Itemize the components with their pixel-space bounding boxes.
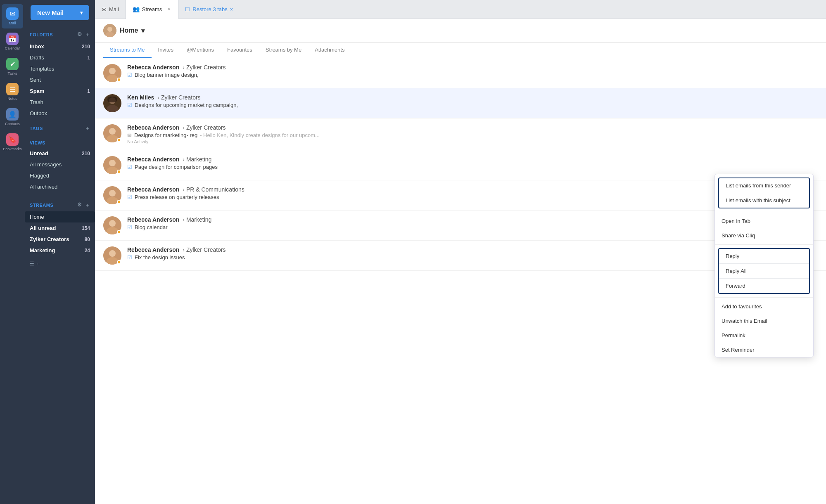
- streams-title: STREAMS: [30, 203, 53, 208]
- svg-point-23: [109, 250, 116, 257]
- nav-bookmarks[interactable]: 🔖 Bookmarks: [2, 130, 23, 154]
- views-section-header: VIEWS: [25, 135, 95, 148]
- svg-point-11: [109, 128, 116, 135]
- streams-section-header: STREAMS ⚙ ＋: [25, 196, 95, 211]
- stream-zylker[interactable]: Zylker Creators 80: [25, 234, 95, 245]
- restore-tabs-label: Restore 3 tabs: [192, 6, 228, 12]
- restore-tab-icon: ☐: [185, 6, 190, 12]
- ctx-unwatch[interactable]: Unwatch this Email: [715, 314, 813, 328]
- bookmarks-icon: 🔖: [6, 133, 19, 146]
- ctx-open-tab[interactable]: Open in Tab: [715, 214, 813, 228]
- view-all-messages[interactable]: All messages: [25, 159, 95, 170]
- stream-tab-streams-by-me[interactable]: Streams by Me: [259, 43, 308, 58]
- stream-tab-favourites[interactable]: Favourites: [221, 43, 259, 58]
- nav-contacts[interactable]: 👤 Contacts: [2, 105, 23, 129]
- streams-add-icon[interactable]: ＋: [85, 201, 90, 209]
- nav-calendar-label: Calendar: [5, 46, 20, 50]
- contacts-icon: 👤: [6, 108, 19, 121]
- nav-calendar[interactable]: 📅 Calendar: [2, 29, 23, 54]
- stream-tab-streams-to-me[interactable]: Streams to Me: [103, 43, 152, 58]
- tags-add-icon[interactable]: ＋: [85, 125, 90, 132]
- ctx-reply-all[interactable]: Reply All: [719, 264, 809, 279]
- avatar: [103, 94, 121, 112]
- email-item[interactable]: Ken Miles ›Zylker Creators ☑ Designs for…: [95, 88, 826, 118]
- stream-tab-mentions-label: @Mentions: [187, 47, 214, 53]
- tasks-icon: ✔: [6, 58, 19, 70]
- view-unread-name: Unread: [30, 150, 48, 156]
- stream-home[interactable]: Home: [25, 211, 95, 222]
- avatar-wrap: [103, 94, 121, 112]
- nav-contacts-label: Contacts: [5, 122, 20, 126]
- folder-inbox[interactable]: Inbox 210: [25, 41, 95, 52]
- stream-all-unread[interactable]: All unread 154: [25, 222, 95, 234]
- avatar-wrap: [103, 186, 121, 204]
- context-menu: List emails from this sender List emails…: [714, 174, 814, 357]
- view-unread[interactable]: Unread 210: [25, 148, 95, 159]
- svg-point-1: [107, 27, 112, 32]
- folder-spam-badge: 1: [87, 88, 90, 94]
- view-all-archived[interactable]: All archived: [25, 181, 95, 192]
- email-list: Rebecca Anderson ›Zylker Creators ☑ Blog…: [95, 58, 826, 504]
- nav-notes-label: Notes: [7, 97, 17, 101]
- ctx-reply[interactable]: Reply: [719, 249, 809, 264]
- stream-tab-invites-label: Invites: [158, 47, 174, 53]
- collapse-sidebar[interactable]: ☰ ←: [25, 256, 95, 272]
- ctx-forward[interactable]: Forward: [719, 279, 809, 293]
- folder-sent-name: Sent: [30, 77, 41, 83]
- email-content: Rebecca Anderson ›Marketing ☑ Page desig…: [127, 156, 818, 170]
- nav-mail[interactable]: ✉ Mail: [2, 4, 23, 28]
- folder-templates[interactable]: Templates: [25, 63, 95, 74]
- ctx-list-sender[interactable]: List emails from this sender: [719, 178, 809, 193]
- ctx-permalink[interactable]: Permalink: [715, 328, 813, 343]
- restore-tabs-button[interactable]: ☐ Restore 3 tabs ×: [178, 0, 240, 19]
- home-button[interactable]: Home ▾: [103, 24, 145, 37]
- mail-icon: ✉: [6, 7, 19, 20]
- home-label: Home: [120, 27, 138, 34]
- folders-add-icon[interactable]: ＋: [85, 31, 90, 38]
- folders-section-header: FOLDERS ⚙ ＋: [25, 25, 95, 41]
- tab-mail[interactable]: ✉ Mail: [95, 0, 126, 19]
- folder-sent[interactable]: Sent: [25, 74, 95, 85]
- view-flagged[interactable]: Flagged: [25, 170, 95, 181]
- tab-streams-label: Streams: [142, 6, 162, 12]
- tab-streams[interactable]: 👥 Streams ×: [126, 0, 178, 19]
- ctx-list-subject[interactable]: List emails with this subject: [719, 193, 809, 208]
- folder-trash[interactable]: Trash: [25, 97, 95, 108]
- stream-tab-mentions[interactable]: @Mentions: [180, 43, 221, 58]
- restore-tabs-close[interactable]: ×: [230, 6, 233, 12]
- new-mail-chevron: ▾: [80, 10, 83, 16]
- folder-outbox[interactable]: Outbox: [25, 108, 95, 119]
- context-menu-divider: [715, 212, 813, 212]
- svg-point-17: [109, 190, 116, 196]
- notes-icon: ☰: [6, 83, 19, 95]
- folders-settings-icon[interactable]: ⚙: [77, 31, 82, 38]
- email-item[interactable]: Rebecca Anderson ›Zylker Creators ✉ Desi…: [95, 118, 826, 150]
- main-area: ✉ Mail 👥 Streams × ☐ Restore 3 tabs × Ho…: [95, 0, 826, 504]
- nav-tasks[interactable]: ✔ Tasks: [2, 54, 23, 79]
- email-subject: ☑ Blog banner image design,: [127, 72, 818, 78]
- folder-spam[interactable]: Spam 1: [25, 85, 95, 97]
- task-check-icon: ☑: [127, 72, 132, 78]
- avatar-online-dot: [117, 230, 121, 234]
- envelope-icon: ✉: [127, 132, 132, 138]
- folder-drafts[interactable]: Drafts 1: [25, 52, 95, 63]
- nav-tasks-label: Tasks: [7, 71, 17, 76]
- email-item[interactable]: Rebecca Anderson ›Zylker Creators ☑ Blog…: [95, 58, 826, 88]
- tags-actions: ＋: [85, 125, 90, 132]
- tags-section-header: TAGS ＋: [25, 119, 95, 135]
- stream-tab-attachments[interactable]: Attachments: [308, 43, 351, 58]
- ctx-reminder[interactable]: Set Reminder: [715, 343, 813, 357]
- new-mail-button[interactable]: New Mail ▾: [31, 5, 89, 20]
- streams-settings-icon[interactable]: ⚙: [77, 201, 82, 209]
- streams-tab-close[interactable]: ×: [166, 6, 171, 12]
- tab-bar: ✉ Mail 👥 Streams × ☐ Restore 3 tabs ×: [95, 0, 826, 19]
- stream-marketing[interactable]: Marketing 24: [25, 245, 95, 256]
- nav-notes[interactable]: ☰ Notes: [2, 80, 23, 104]
- ctx-share-cliq[interactable]: Share via Cliq: [715, 228, 813, 243]
- avatar-online-dot: [117, 170, 121, 174]
- avatar-wrap: [103, 246, 121, 265]
- stream-tab-invites[interactable]: Invites: [152, 43, 180, 58]
- folder-spam-name: Spam: [30, 88, 44, 94]
- stream-home-name: Home: [30, 214, 44, 220]
- ctx-add-fav[interactable]: Add to favourites: [715, 299, 813, 314]
